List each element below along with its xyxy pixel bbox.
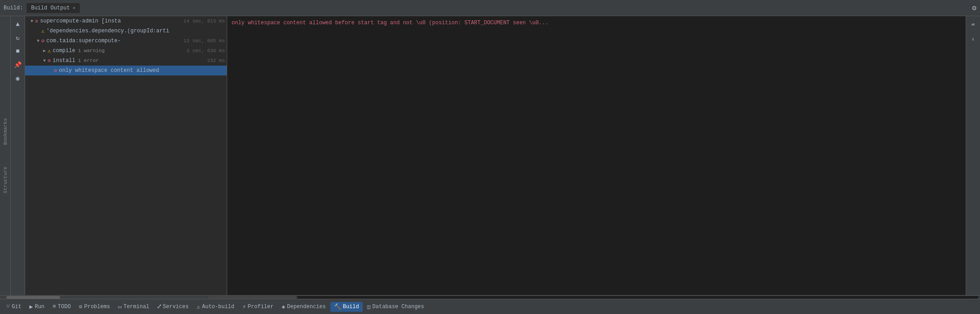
- scroll-end-icon[interactable]: ⇓: [967, 32, 980, 45]
- pin-icon[interactable]: 📌: [12, 58, 24, 71]
- chevron-taida: ▼: [35, 39, 41, 44]
- bottom-bar: ⑂ Git ▶ Run ≡ TODO ⊙ Problems ▭ Terminal…: [0, 299, 980, 314]
- refresh-icon[interactable]: ↻: [12, 31, 24, 44]
- build-label: Build: [343, 304, 359, 310]
- tab-label: Build Output: [31, 5, 70, 11]
- tree-item-root[interactable]: ▼ ⊘ supercompute-admin [insta 14 sec, 81…: [25, 16, 227, 26]
- item-text-install: install: [53, 57, 75, 64]
- install-badge: 1 error: [78, 58, 99, 63]
- problems-icon: ⊙: [79, 303, 83, 310]
- auto-build-label: Auto-build: [202, 304, 234, 310]
- tree-scroll-track[interactable]: [2, 296, 204, 299]
- item-time-root: 14 sec, 813 ms: [180, 18, 225, 24]
- dependencies-icon: ◈: [281, 303, 285, 310]
- dependencies-button[interactable]: ◈ Dependencies: [278, 302, 329, 312]
- item-text-error: only whitespace content allowed: [59, 67, 159, 74]
- item-text-dep: 'dependencies.dependency.(groupId:arti: [46, 28, 169, 34]
- tree-item-install[interactable]: ▼ ⊘ install 1 error 232 ms: [25, 56, 227, 66]
- run-icon: ▶: [30, 303, 33, 310]
- problems-label: Problems: [84, 304, 110, 310]
- run-button[interactable]: ▶ Run: [26, 302, 48, 312]
- far-left-panel: Bookmarks Structure: [0, 16, 11, 295]
- auto-build-icon: ⚠: [197, 303, 200, 310]
- tree-scroll-thumb[interactable]: [6, 296, 60, 299]
- git-label: Git: [12, 304, 22, 310]
- item-time-compile: 3 sec, 638 ms: [183, 48, 225, 53]
- todo-icon: ≡: [53, 303, 56, 310]
- tree-item-compile[interactable]: ▶ ⚠ compile 1 warning 3 sec, 638 ms: [25, 46, 227, 56]
- error-icon-root: ⊘: [35, 18, 38, 25]
- structure-label[interactable]: Structure: [3, 165, 8, 195]
- tree-item-dep-warning[interactable]: ⚠ 'dependencies.dependency.(groupId:arti: [25, 26, 227, 36]
- stop-icon[interactable]: ■: [12, 45, 24, 57]
- compile-badge: 1 warning: [78, 48, 105, 53]
- build-icon: 🔨: [334, 303, 341, 310]
- database-changes-icon: ◫: [367, 303, 371, 310]
- item-text-taida: com.taida:supercompute-: [46, 38, 121, 44]
- git-button[interactable]: ⑂ Git: [3, 302, 25, 311]
- database-changes-button[interactable]: ◫ Database Changes: [364, 302, 428, 312]
- terminal-label: Terminal: [123, 304, 149, 310]
- tab-close-icon[interactable]: ✕: [73, 5, 76, 11]
- output-error-text: only whitespace content allowed before s…: [232, 19, 961, 27]
- terminal-icon: ▭: [118, 303, 122, 310]
- database-changes-label: Database Changes: [373, 304, 424, 310]
- build-label: Build:: [4, 5, 23, 11]
- todo-label: TODO: [58, 304, 71, 310]
- problems-button[interactable]: ⊙ Problems: [75, 302, 114, 312]
- main-area: Bookmarks Structure ▲ ↻ ■ 📌 ◉ ▼ ⊘ superc…: [0, 16, 980, 295]
- tree-item-com-taida[interactable]: ▼ ⊘ com.taida:supercompute- 13 sec, 665 …: [25, 36, 227, 46]
- chevron-compile: ▶: [41, 48, 48, 53]
- services-button[interactable]: ⑇ Services: [154, 302, 193, 311]
- soft-wrap-icon[interactable]: ⇌: [967, 18, 980, 31]
- scroll-area: [0, 295, 980, 299]
- output-panel: only whitespace content allowed before s…: [227, 16, 966, 295]
- chevron-root: ▼: [29, 19, 35, 24]
- auto-build-button[interactable]: ⚠ Auto-build: [193, 302, 238, 312]
- bookmarks-label[interactable]: Bookmarks: [3, 116, 8, 146]
- right-sidebar: ⇌ ⇓: [966, 16, 980, 295]
- item-time-install: 232 ms: [203, 58, 225, 63]
- warn-icon-compile: ⚠: [48, 48, 51, 54]
- terminal-button[interactable]: ▭ Terminal: [114, 302, 153, 312]
- services-label: Services: [163, 304, 189, 310]
- top-bar: Build: Build Output ✕ ⚙: [0, 0, 980, 16]
- git-icon: ⑂: [6, 303, 10, 310]
- profiler-icon: ⚡: [242, 303, 246, 310]
- build-tree-panel[interactable]: ▼ ⊘ supercompute-admin [insta 14 sec, 81…: [25, 16, 227, 295]
- item-text-compile: compile: [53, 48, 75, 54]
- tree-item-error-msg[interactable]: ⊘ only whitespace content allowed: [25, 66, 227, 75]
- error-icon-taida: ⊘: [41, 38, 44, 44]
- chevron-install: ▼: [41, 58, 48, 63]
- output-scroll-track[interactable]: [207, 296, 978, 299]
- services-icon: ⑇: [158, 303, 161, 310]
- run-label: Run: [35, 304, 44, 310]
- build-button[interactable]: 🔨 Build: [330, 302, 363, 312]
- warn-icon-dep: ⚠: [41, 28, 44, 35]
- left-sidebar: ▲ ↻ ■ 📌 ◉: [11, 16, 25, 295]
- item-time-taida: 13 sec, 665 ms: [180, 38, 225, 44]
- profiler-label: Profiler: [248, 304, 274, 310]
- todo-button[interactable]: ≡ TODO: [49, 302, 75, 311]
- build-output-tab[interactable]: Build Output ✕: [26, 3, 80, 13]
- profiler-button[interactable]: ⚡ Profiler: [239, 302, 277, 312]
- output-scroll-thumb[interactable]: [207, 296, 297, 299]
- arrow-up-icon[interactable]: ▲: [12, 18, 24, 31]
- dependencies-label: Dependencies: [287, 304, 325, 310]
- eye-icon[interactable]: ◉: [12, 72, 24, 84]
- error-icon-msg: ⊘: [54, 67, 57, 74]
- item-text-root: supercompute-admin [insta: [40, 18, 121, 24]
- error-icon-install: ⊘: [48, 57, 51, 64]
- settings-icon[interactable]: ⚙: [972, 4, 976, 13]
